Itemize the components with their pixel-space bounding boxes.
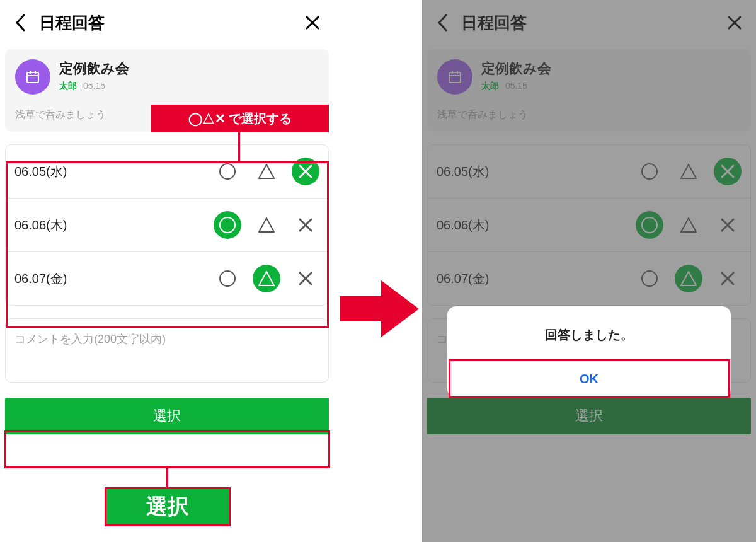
svg-point-10 bbox=[220, 217, 235, 233]
svg-marker-7 bbox=[259, 164, 274, 178]
date-row: 06.07(金) bbox=[6, 252, 328, 305]
svg-marker-18 bbox=[340, 280, 419, 337]
page-title: 日程回答 bbox=[39, 12, 302, 34]
vote-circle-button[interactable] bbox=[214, 211, 241, 239]
svg-marker-11 bbox=[259, 218, 274, 232]
alert-ok-button[interactable]: OK bbox=[447, 360, 731, 398]
vote-triangle-button[interactable] bbox=[253, 211, 280, 239]
vote-triangle-button[interactable] bbox=[253, 265, 280, 292]
vote-cross-button[interactable] bbox=[292, 211, 319, 239]
comment-placeholder: コメントを入力(200文字以内) bbox=[14, 332, 319, 347]
screenshot-before: 日程回答 定例飲み会 太郎 05.15 浅草で呑みましょう bbox=[0, 0, 334, 542]
date-label: 06.07(金) bbox=[14, 270, 214, 287]
vote-cross-button[interactable] bbox=[292, 158, 319, 185]
annotation-select-outline bbox=[4, 430, 330, 468]
date-label: 06.05(水) bbox=[14, 163, 214, 180]
annotation-select-callout: 選択 bbox=[105, 487, 231, 526]
calendar-icon bbox=[15, 59, 50, 95]
annotation-connector bbox=[238, 132, 240, 163]
back-button[interactable] bbox=[11, 13, 32, 33]
vote-circle-button[interactable] bbox=[214, 158, 241, 185]
alert-message: 回答しました。 bbox=[447, 306, 731, 360]
svg-point-14 bbox=[220, 271, 235, 286]
header-bar: 日程回答 bbox=[0, 0, 334, 45]
confirmation-alert: 回答しました。 OK bbox=[447, 306, 731, 398]
event-title: 定例飲み会 bbox=[59, 59, 129, 78]
annotation-hint-label: ◯△✕ で選択する bbox=[151, 105, 329, 132]
close-button[interactable] bbox=[302, 13, 323, 33]
vote-triangle-button[interactable] bbox=[253, 158, 280, 185]
date-row: 06.06(木) bbox=[6, 199, 328, 252]
comment-input[interactable]: コメントを入力(200文字以内) bbox=[5, 318, 329, 383]
date-row: 06.05(水) bbox=[6, 145, 328, 199]
svg-marker-15 bbox=[259, 272, 274, 285]
screenshot-after: 日程回答 定例飲み会 太郎 05.15 浅草で呑みましょう bbox=[422, 0, 756, 542]
svg-rect-2 bbox=[27, 72, 38, 83]
annotation-connector bbox=[166, 468, 168, 487]
svg-point-6 bbox=[220, 164, 235, 179]
dates-list: 06.05(水) 06.06(木) bbox=[5, 144, 329, 306]
vote-cross-button[interactable] bbox=[292, 265, 319, 292]
date-label: 06.06(木) bbox=[14, 217, 214, 234]
select-button[interactable]: 選択 bbox=[5, 398, 329, 434]
event-date: 05.15 bbox=[83, 81, 105, 91]
event-author: 太郎 bbox=[59, 81, 77, 91]
modal-backdrop bbox=[422, 0, 756, 542]
vote-circle-button[interactable] bbox=[214, 265, 241, 292]
transition-arrow-icon bbox=[334, 271, 422, 347]
